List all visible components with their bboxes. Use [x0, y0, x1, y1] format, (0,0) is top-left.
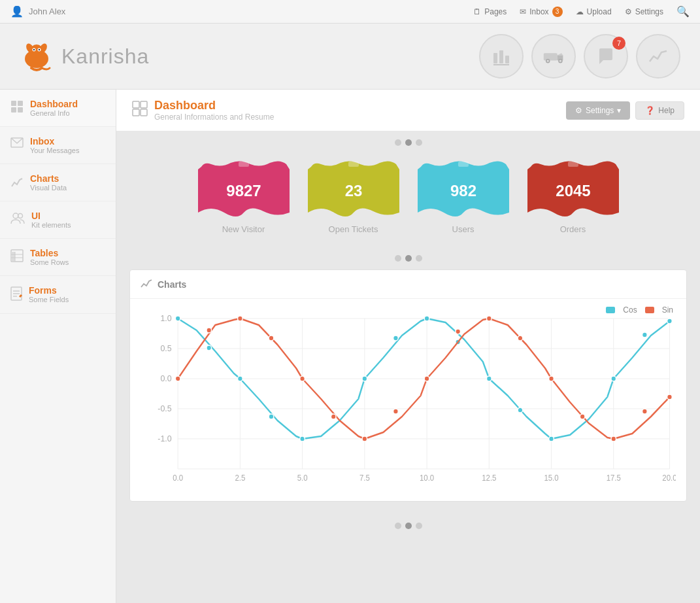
stats-header-btn[interactable]	[479, 34, 524, 78]
delivery-header-btn[interactable]	[531, 34, 576, 78]
sidebar-item-dashboard-sub: General Info	[30, 109, 78, 117]
forms-icon	[10, 286, 22, 304]
topbar: 👤 John Alex 🗒 Pages ✉ Inbox 3 ☁ Upload ⚙…	[0, 0, 700, 24]
topbar-user: 👤 John Alex	[10, 5, 65, 18]
stats-icon	[492, 46, 511, 66]
header-actions: 7	[479, 34, 680, 78]
svg-rect-43	[568, 162, 578, 167]
logo-text: Kanrisha	[61, 44, 149, 69]
logo-area: Kanrisha	[20, 39, 149, 73]
settings-dropdown-icon: ▾	[617, 106, 621, 115]
svg-point-101	[486, 316, 492, 321]
sidebar-item-dashboard[interactable]: Dashboard General Info	[0, 90, 116, 127]
legend-cos-dot	[606, 307, 615, 313]
dot-c2[interactable]	[405, 523, 412, 529]
sidebar-item-dashboard-title: Dashboard	[30, 99, 78, 109]
svg-point-100	[456, 329, 461, 334]
svg-text:17.5: 17.5	[607, 474, 622, 482]
sidebar-item-ui[interactable]: UI Kit elements	[0, 201, 116, 239]
table-icon	[10, 249, 24, 266]
stat-card-users: 982 Users	[418, 160, 509, 234]
settings-nav-label: Settings	[635, 7, 663, 16]
svg-rect-12	[544, 53, 558, 60]
username: John Alex	[29, 7, 65, 16]
dot-3[interactable]	[416, 139, 422, 146]
inbox-label: Inbox	[529, 7, 548, 16]
stat-card-orders: 2045 Orders	[527, 160, 619, 234]
dot-b2[interactable]	[405, 255, 412, 262]
chart-svg: 1.0 0.5 0.0 -0.5 -1.0 0.0 2.5 5.0 7.5 10…	[141, 305, 676, 489]
svg-text:982: 982	[450, 182, 476, 199]
svg-rect-35	[133, 109, 139, 116]
svg-point-98	[393, 409, 399, 414]
main-layout: Dashboard General Info Inbox Your Messag…	[0, 90, 700, 603]
search-nav[interactable]: 🔍	[676, 5, 690, 18]
svg-rect-18	[18, 101, 23, 106]
dot-b3[interactable]	[416, 255, 422, 262]
grid-icon	[10, 100, 24, 116]
dot-b1[interactable]	[395, 255, 401, 262]
svg-text:20.0: 20.0	[662, 474, 676, 482]
svg-point-81	[393, 336, 399, 341]
orders-card-bg: 2045	[527, 160, 619, 219]
chart-legend: Cos Sin	[606, 305, 673, 315]
pages-icon: 🗒	[473, 7, 481, 16]
pages-nav[interactable]: 🗒 Pages	[473, 7, 507, 16]
sidebar-item-forms[interactable]: Forms Some Fields	[0, 276, 116, 314]
chat-badge: 7	[612, 37, 625, 50]
sidebar-item-charts-sub: Visual Data	[30, 184, 67, 192]
svg-point-104	[580, 414, 585, 419]
sidebar-item-forms-text: Forms Some Fields	[29, 285, 69, 303]
settings-nav[interactable]: ⚙ Settings	[625, 7, 663, 16]
svg-point-93	[238, 316, 243, 321]
svg-rect-25	[11, 252, 15, 261]
dot-c3[interactable]	[416, 523, 422, 529]
svg-point-106	[642, 409, 648, 414]
svg-point-74	[175, 316, 180, 321]
inbox-icon: ✉	[520, 7, 526, 16]
svg-point-103	[549, 376, 554, 381]
upload-nav[interactable]: ☁ Upload	[576, 7, 612, 16]
bottom-dots	[116, 515, 700, 537]
chat-icon	[597, 47, 615, 65]
svg-point-91	[175, 376, 180, 381]
sidebar-item-charts[interactable]: Charts Visual Data	[0, 164, 116, 201]
open-tickets-card-bg: 23	[308, 160, 399, 219]
svg-point-7	[39, 49, 40, 50]
dot-2[interactable]	[405, 139, 412, 146]
legend-sin-dot	[645, 307, 654, 313]
sidebar: Dashboard General Info Inbox Your Messag…	[0, 90, 116, 603]
sidebar-item-inbox[interactable]: Inbox Your Messages	[0, 127, 116, 164]
svg-rect-33	[133, 101, 139, 108]
upload-icon: ☁	[576, 7, 584, 16]
settings-button[interactable]: ⚙ Settings ▾	[566, 101, 630, 120]
sidebar-item-ui-title: UI	[31, 211, 71, 221]
stats-dots-bottom	[116, 247, 700, 269]
chat-header-btn[interactable]: 7	[584, 34, 628, 78]
page-header-actions: ⚙ Settings ▾ ❓ Help	[566, 101, 684, 120]
sidebar-item-tables[interactable]: Tables Some Rows	[0, 239, 116, 276]
chart-header-btn[interactable]	[636, 34, 680, 78]
help-button[interactable]: ❓ Help	[635, 101, 684, 120]
sidebar-item-tables-text: Tables Some Rows	[30, 248, 69, 266]
svg-point-105	[611, 436, 616, 441]
svg-point-99	[424, 376, 429, 381]
svg-point-107	[667, 394, 673, 400]
page-subtitle: General Informations and Resume	[154, 112, 274, 122]
svg-text:-0.5: -0.5	[158, 404, 171, 413]
dot-c1[interactable]	[395, 523, 401, 529]
settings-gear-icon: ⚙	[575, 106, 582, 115]
page-header: Dashboard General Informations and Resum…	[116, 90, 700, 131]
dot-1[interactable]	[395, 139, 401, 146]
svg-point-75	[207, 345, 212, 351]
sidebar-item-tables-sub: Some Rows	[30, 258, 69, 266]
inbox-nav[interactable]: ✉ Inbox 3	[520, 7, 562, 17]
svg-text:1.0: 1.0	[160, 314, 171, 323]
chart-icon	[648, 47, 668, 65]
svg-point-88	[611, 376, 616, 381]
users-card-bg: 982	[418, 160, 509, 219]
svg-point-90	[667, 319, 673, 324]
svg-rect-34	[141, 101, 147, 108]
stat-card-open-tickets: 23 Open Tickets	[308, 160, 399, 234]
svg-point-94	[269, 336, 274, 341]
